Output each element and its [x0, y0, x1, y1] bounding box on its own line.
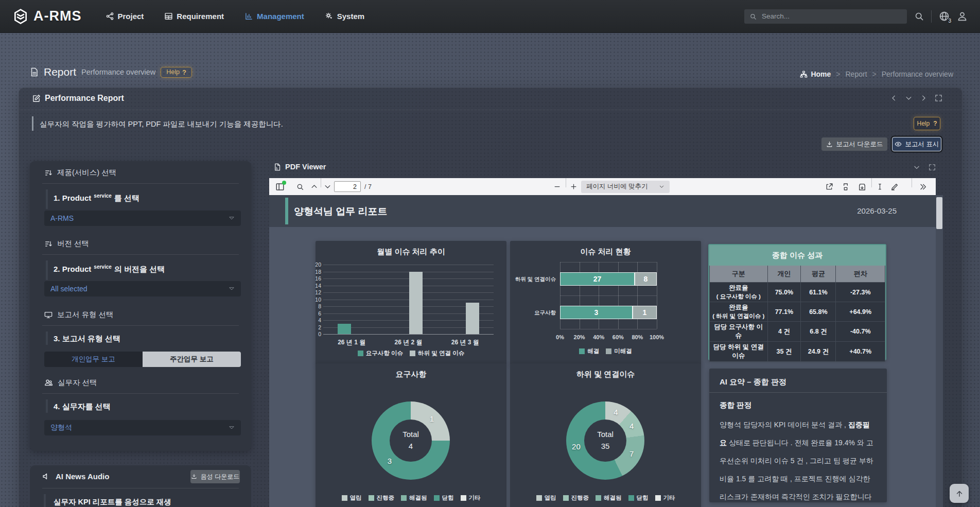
chart-title: 월별 이슈 처리 추이: [316, 247, 506, 257]
y-axis-label: 하위 및 연결이슈: [514, 276, 556, 283]
language-globe-icon[interactable]: 3: [939, 11, 950, 22]
table-row: 담당 하위 및 연결이슈35 건24.9 건+40.7%: [710, 342, 885, 362]
brand-logo[interactable]: A-RMS: [12, 8, 82, 25]
y-axis-tick: 18: [313, 269, 321, 275]
select-value: A-RMS: [50, 214, 74, 222]
section-title: 보고서 유형 선택: [57, 310, 114, 320]
chart-title: 이슈 처리 현황: [510, 247, 701, 257]
panel-title: Performance Report: [45, 94, 124, 103]
chart-legend: 열림진행중해결됨닫힘기타: [316, 494, 506, 502]
ai-summary-card: AI 요약 – 종합 판정 종합 판정 양형석 담당자의 KPI 데이터 분석 …: [709, 369, 887, 502]
step-product-label: 1. Productservice를 선택: [54, 193, 139, 203]
help-question-mark: ?: [933, 120, 937, 127]
page-down-icon[interactable]: [324, 178, 331, 195]
donut-slice-value: 4: [608, 408, 623, 416]
scrollbar-thumb[interactable]: [936, 197, 942, 229]
page-number-input[interactable]: [334, 181, 361, 192]
legend-item: 해결: [579, 347, 599, 355]
bar: [466, 303, 479, 334]
nav-item-requirement[interactable]: Requirement: [164, 12, 224, 21]
grid-line: [323, 265, 494, 265]
product-select[interactable]: A-RMS: [44, 211, 241, 226]
zoom-level-select[interactable]: 페이지 너비에 맞추기: [581, 181, 670, 193]
table-cell: 65.8%: [801, 302, 836, 322]
top-navbar: A-RMS Project Requirement Management: [0, 0, 980, 33]
section-report-type-header: 보고서 유형 선택: [44, 310, 114, 320]
panel-help-button[interactable]: Help ?: [914, 117, 940, 130]
save-download-icon[interactable]: [858, 178, 866, 195]
legend-item: 열림: [342, 494, 362, 502]
pen-annotate-icon[interactable]: [890, 178, 899, 195]
page-help-badge[interactable]: Help ?: [161, 67, 192, 78]
page-up-icon[interactable]: [310, 178, 318, 195]
zoom-in-icon[interactable]: [570, 178, 577, 195]
table-cell: -40.7%: [836, 322, 885, 342]
x-axis-label: 26 년 2 월: [380, 338, 437, 347]
toggle-personal-report[interactable]: 개인업무 보고: [44, 352, 143, 367]
more-tools-icon[interactable]: [919, 178, 927, 195]
legend-swatch: [563, 495, 569, 501]
chevron-left-icon[interactable]: [890, 94, 898, 102]
chevron-down-icon[interactable]: [905, 94, 913, 102]
nav-item-system[interactable]: System: [325, 12, 364, 21]
search-input[interactable]: [761, 12, 902, 21]
legend-swatch: [596, 495, 601, 501]
search-submit-icon[interactable]: [914, 11, 924, 21]
pdf-scrollbar[interactable]: [936, 195, 943, 507]
table-title: 종합 이슈 성과: [710, 246, 885, 266]
grid-line: [323, 300, 494, 300]
stacked-bar-segment: 8: [635, 272, 657, 286]
chevron-right-icon[interactable]: [920, 94, 927, 102]
ai-summary-text: 양형석 담당자의 KPI 데이터 분석 결과 , 집중필요 상태로 판단됩니다 …: [720, 416, 876, 507]
legend-item: 기타: [655, 494, 675, 502]
legend-swatch: [342, 495, 347, 501]
toggle-weekly-report[interactable]: 주간업무 보고: [143, 352, 241, 367]
divider: [42, 183, 239, 184]
pdf-viewer-panel: PDF Viewer: [269, 162, 943, 507]
legend-label: 진행중: [571, 494, 589, 502]
audio-description: 실무자 KPI 리포트를 음성으로 재생: [54, 497, 171, 507]
open-external-icon[interactable]: [825, 178, 833, 195]
page-title: Report: [44, 66, 76, 78]
donut-center-label: Total4: [390, 429, 431, 452]
legend-swatch: [461, 495, 466, 501]
report-show-button[interactable]: 보고서 표시: [892, 137, 941, 151]
sitemap-icon: [800, 71, 808, 78]
audio-download-button[interactable]: 음성 다운로드: [190, 470, 240, 483]
description-accent-bar: [32, 116, 33, 131]
step-accent: [46, 399, 48, 413]
chevron-down-icon[interactable]: [913, 164, 920, 171]
eye-icon: [895, 141, 902, 148]
table-cell: 77.1%: [767, 302, 801, 322]
table-row: 담당 요구사항 이슈4 건6.8 건-40.7%: [710, 322, 885, 342]
chart-card-requirement-donut: 요구사항Total413열림진행중해결됨닫힘기타: [316, 363, 506, 507]
navbar-right: 3: [744, 9, 968, 24]
grid-line: [560, 329, 657, 329]
expand-icon[interactable]: [935, 94, 942, 102]
nav-item-management[interactable]: Management: [244, 12, 304, 21]
breadcrumb-item-report[interactable]: Report: [846, 70, 867, 78]
sidebar-toggle-icon[interactable]: [275, 182, 285, 191]
version-select[interactable]: All selected: [44, 281, 241, 296]
pdf-search-icon[interactable]: [296, 178, 304, 195]
worker-select[interactable]: 양형석: [44, 420, 241, 435]
print-icon[interactable]: [842, 178, 850, 195]
chart-legend: 해결미해결: [510, 347, 701, 355]
y-axis-tick: 0: [313, 331, 321, 337]
zoom-out-icon[interactable]: [553, 178, 561, 195]
help-label: Help: [166, 68, 180, 76]
section-title: 버전 선택: [57, 239, 89, 249]
nav-item-project[interactable]: Project: [106, 12, 144, 21]
pdf-file-icon: [273, 163, 281, 171]
legend-label: 열림: [350, 494, 362, 502]
grid-line: [323, 272, 494, 272]
expand-icon[interactable]: [929, 164, 936, 171]
legend-swatch: [410, 351, 415, 356]
report-download-button[interactable]: 보고서 다운로드: [821, 137, 887, 151]
text-select-icon[interactable]: [876, 178, 884, 195]
scroll-to-top-button[interactable]: [950, 484, 969, 503]
system-gear-icon: [325, 12, 334, 21]
breadcrumb-home[interactable]: Home: [800, 70, 831, 78]
button-label: 보고서 표시: [905, 140, 939, 149]
user-profile-icon[interactable]: [957, 11, 968, 22]
